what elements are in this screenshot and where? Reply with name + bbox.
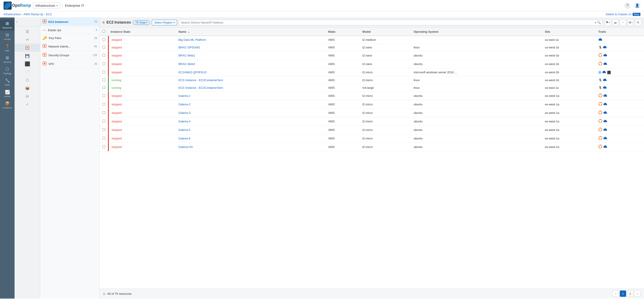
- row-checkbox-cell-3[interactable]: [100, 60, 108, 68]
- site-col[interactable]: Site: [542, 28, 596, 36]
- help-button[interactable]: ?: [624, 3, 630, 9]
- row-checkbox-cell-8[interactable]: [100, 100, 108, 109]
- name-col[interactable]: Name ▲: [176, 28, 311, 36]
- instance-name-link-5[interactable]: ECS Instance - EC2ContainerServ: [178, 79, 223, 82]
- name-cell-12[interactable]: Galeria-6: [176, 134, 311, 143]
- table-row[interactable]: stoppedGaleria-2AWSt2.microubuntueu-west…: [100, 100, 644, 109]
- row-checkbox-cell-1[interactable]: [100, 44, 108, 51]
- row-checkbox-cell-13[interactable]: [100, 143, 108, 151]
- search-dropdown-icon[interactable]: ▾: [595, 21, 596, 24]
- sidebar-item-activity[interactable]: 📈 Activity: [0, 88, 14, 99]
- search-box[interactable]: ▾ 🔍: [179, 20, 603, 25]
- next-page-btn[interactable]: ›: [634, 290, 640, 297]
- instance-name-link-8[interactable]: Galeria-2: [178, 103, 190, 106]
- user-button[interactable]: 👤: [634, 3, 640, 9]
- doc-icon[interactable]: 📄: [14, 68, 40, 76]
- row-checkbox-13[interactable]: [102, 145, 105, 148]
- instance-name-link-12[interactable]: Galeria-6: [178, 137, 190, 140]
- vm-icon[interactable]: ⬛: [14, 60, 40, 68]
- folder-icon[interactable]: 🗂: [14, 92, 40, 100]
- row-checkbox-9[interactable]: [102, 111, 105, 114]
- row-checkbox-cell-7[interactable]: [100, 92, 108, 100]
- sidebar-item-containers[interactable]: 📦 Containers: [0, 99, 14, 111]
- resource-item-network-interfa...[interactable]: Network Interfa...81: [40, 42, 100, 51]
- switch-classic-link[interactable]: Switch to Classic UI: [606, 13, 631, 16]
- row-checkbox-cell-9[interactable]: [100, 109, 108, 117]
- resource-item-key-pairs[interactable]: 🔑Key Pairs26: [40, 34, 100, 42]
- name-cell-4[interactable]: EC2AMAZ-QP3FEU3: [176, 68, 311, 76]
- sidebar-item-services[interactable]: ⊞ Services: [0, 54, 14, 65]
- search-icon[interactable]: 🔍: [597, 21, 601, 24]
- name-cell-3[interactable]: BRAC-Web2: [176, 60, 311, 68]
- instance-state-col[interactable]: Instance State: [108, 28, 176, 36]
- instance-name-link-10[interactable]: Galeria-4: [178, 120, 190, 123]
- name-cell-7[interactable]: Galeria-1: [176, 92, 311, 100]
- name-cell-5[interactable]: ECS Instance - EC2ContainerServ: [176, 76, 311, 84]
- search-input[interactable]: [181, 21, 594, 24]
- table-row[interactable]: stoppedGaleria-6AWSt2.microubuntueu-west…: [100, 134, 644, 143]
- ec2-resource-icon[interactable]: [14, 44, 40, 52]
- sidebar-item-resources[interactable]: ⊞ Resources: [0, 19, 14, 31]
- database-icon[interactable]: 💾: [14, 52, 40, 60]
- row-checkbox-cell-6[interactable]: [100, 84, 108, 92]
- row-checkbox-4[interactable]: [102, 71, 105, 74]
- table-row[interactable]: stoppedGaleria-4AWSt2.microubuntueu-west…: [100, 117, 644, 126]
- row-checkbox-3[interactable]: [102, 62, 105, 65]
- name-cell-0[interactable]: Big Data ML Platform: [176, 36, 311, 44]
- resource-item-vpc[interactable]: VPC26: [40, 60, 100, 68]
- name-cell-11[interactable]: Galeria-5: [176, 126, 311, 134]
- row-checkbox-cell-0[interactable]: [100, 36, 108, 44]
- instance-name-link-11[interactable]: Galeria-5: [178, 128, 190, 132]
- sidebar-item-maint[interactable]: 🔧 Maint: [0, 76, 14, 88]
- select-all-col[interactable]: [100, 28, 108, 36]
- region-selector[interactable]: Select Region ▾: [152, 20, 177, 25]
- toolbar-menu-icon[interactable]: ≡: [102, 20, 105, 25]
- table-row[interactable]: stoppedGaleria-3AWSt2.microubuntueu-west…: [100, 109, 644, 117]
- infrastructure-nav[interactable]: Infrastructure ▾: [33, 3, 60, 9]
- row-checkbox-12[interactable]: [102, 137, 105, 140]
- table-row[interactable]: stoppedBig Data ML PlatformAWSt2.mediumu…: [100, 36, 644, 44]
- list-view-icon[interactable]: ☰: [14, 28, 40, 36]
- cut-icon[interactable]: ✂: [14, 36, 40, 44]
- name-cell-10[interactable]: Galeria-4: [176, 117, 311, 126]
- page-1-btn[interactable]: 1: [620, 290, 626, 297]
- breadcrumb-infrastructure[interactable]: Infrastructure: [4, 13, 21, 16]
- table-row[interactable]: stoppedGaleria-HAAWSt2.microubuntueu-wes…: [100, 143, 644, 151]
- instance-name-link-2[interactable]: BRAC-Web1: [178, 54, 195, 57]
- table-row[interactable]: stoppedBRAC-Web2AWSt2.nanoubuntuus-west-…: [100, 60, 644, 68]
- row-checkbox-cell-2[interactable]: [100, 51, 108, 60]
- row-checkbox-11[interactable]: [102, 128, 105, 131]
- instance-name-link-0[interactable]: Big Data ML Platform: [178, 38, 206, 42]
- row-checkbox-10[interactable]: [102, 120, 105, 123]
- table-row[interactable]: stoppedGaleria-1AWSt2.microubuntueu-west…: [100, 92, 644, 100]
- table-row[interactable]: runningECS Instance - EC2ContainerServAW…: [100, 76, 644, 84]
- name-cell-9[interactable]: Galeria-3: [176, 109, 311, 117]
- table-row[interactable]: stoppedBRAC-Web1AWSt2.nanoubuntuus-west-…: [100, 51, 644, 60]
- page-2-btn[interactable]: 2: [627, 290, 633, 297]
- row-checkbox-cell-11[interactable]: [100, 126, 108, 134]
- name-cell-13[interactable]: Galeria-HA: [176, 143, 311, 151]
- resource-item-ec2-instances[interactable]: EC2 Instances75: [40, 18, 100, 26]
- total-count-dropdown[interactable]: 75 Total ▾: [133, 20, 150, 25]
- refresh-button[interactable]: ↻: [635, 19, 641, 26]
- row-checkbox-cell-12[interactable]: [100, 134, 108, 143]
- row-checkbox-0[interactable]: [102, 38, 105, 41]
- resource-item-elastic-ips[interactable]: —Elastic Ips5: [40, 26, 100, 34]
- instance-name-link-1[interactable]: BRAC-OPSGW1: [178, 46, 200, 49]
- make-col[interactable]: Make: [326, 28, 360, 36]
- name-cell-1[interactable]: BRAC-OPSGW1: [176, 44, 311, 51]
- os-col[interactable]: Operating System: [411, 28, 542, 36]
- breadcrumb-ec2[interactable]: EC2: [46, 13, 52, 16]
- check-icon[interactable]: ✓: [14, 100, 40, 108]
- instance-name-link-6[interactable]: ECS Instance - EC2ContainerServ: [178, 86, 223, 89]
- row-checkbox-cell-5[interactable]: [100, 76, 108, 84]
- name-cell-2[interactable]: BRAC-Web1: [176, 51, 311, 60]
- row-checkbox-cell-4[interactable]: [100, 68, 108, 76]
- prev-page-btn[interactable]: ‹: [613, 290, 619, 297]
- row-checkbox-5[interactable]: [102, 79, 105, 81]
- instance-name-link-9[interactable]: Galeria-3: [178, 111, 190, 115]
- row-checkbox-7[interactable]: [102, 94, 105, 97]
- resource-item-security-groups[interactable]: Security Groups133: [40, 51, 100, 60]
- row-checkbox-6[interactable]: [102, 86, 105, 89]
- model-col[interactable]: Model: [360, 28, 411, 36]
